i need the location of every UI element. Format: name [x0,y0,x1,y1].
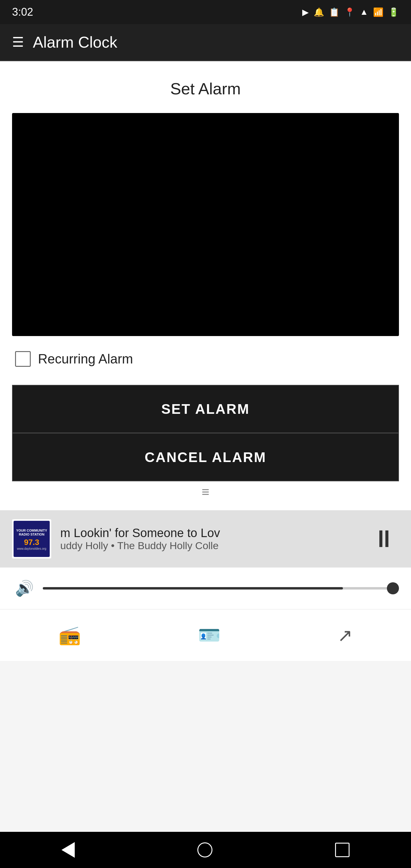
wifi-status-icon: ▲ [360,7,368,17]
recurring-alarm-row: Recurring Alarm [12,351,399,367]
station-logo-inner: YOUR COMMUNITY RADIO STATION 97.3 www.da… [13,521,50,557]
video-status-icon: ▶ [302,7,309,17]
station-logo-top-text: YOUR COMMUNITY RADIO STATION [13,527,50,538]
pause-icon: ⏸ [372,525,396,553]
recent-apps-button[interactable] [317,837,368,863]
station-logo: YOUR COMMUNITY RADIO STATION 97.3 www.da… [12,519,51,558]
hamburger-menu-icon[interactable]: ☰ [12,36,24,49]
system-nav-bar [0,832,411,868]
app-bar: ☰ Alarm Clock [0,24,411,60]
podcast-icon: 📻 [59,624,81,646]
cancel-alarm-button[interactable]: CANCEL ALARM [12,433,399,481]
station-frequency: 97.3 [24,538,39,547]
alert-status-icon: 🔔 [314,7,324,17]
bottom-nav: 📻 🪪 ↗ [0,609,411,661]
status-icons: ▶ 🔔 📋 📍 ▲ 📶 🔋 [302,7,399,17]
drag-handle: ≡ [12,481,399,498]
location-status-icon: 📍 [344,7,355,17]
clock-display[interactable] [12,113,399,336]
back-button[interactable] [43,836,93,864]
sim-status-icon: 📋 [329,7,340,17]
station-url: www.daytonoldies.org [17,547,46,550]
recurring-alarm-checkbox[interactable] [15,351,31,367]
app-title: Alarm Clock [33,33,117,51]
status-bar: 3:02 ▶ 🔔 📋 📍 ▲ 📶 🔋 [0,0,411,24]
contact-nav-button[interactable]: 🪪 [186,618,232,652]
share-icon: ↗ [338,625,352,646]
back-icon [61,842,75,858]
volume-control: 🔊 [0,567,411,609]
share-nav-button[interactable]: ↗ [325,619,365,652]
media-player: YOUR COMMUNITY RADIO STATION 97.3 www.da… [0,510,411,567]
set-alarm-button[interactable]: SET ALARM [12,385,399,433]
status-time: 3:02 [12,6,33,19]
drag-handle-icon: ≡ [201,489,210,495]
media-info: m Lookin' for Someone to Lov uddy Holly … [60,526,360,552]
pause-button[interactable]: ⏸ [369,524,399,554]
home-button[interactable] [179,836,230,864]
volume-slider-thumb[interactable] [387,582,399,594]
media-artist: uddy Holly • The Buddy Holly Colle [60,540,360,552]
recurring-alarm-label: Recurring Alarm [38,351,133,367]
media-song-title: m Lookin' for Someone to Lov [60,526,360,540]
signal-status-icon: 📶 [373,7,384,17]
volume-speaker-icon: 🔊 [15,580,34,597]
main-content: Set Alarm Recurring Alarm SET ALARM CANC… [0,61,411,510]
set-alarm-heading: Set Alarm [12,79,399,98]
volume-slider-track[interactable] [43,587,396,590]
recent-apps-icon [335,843,350,857]
battery-status-icon: 🔋 [388,7,399,17]
home-icon [197,842,213,858]
volume-slider-fill [43,587,343,590]
podcast-nav-button[interactable]: 📻 [46,618,93,652]
contact-icon: 🪪 [198,624,221,646]
